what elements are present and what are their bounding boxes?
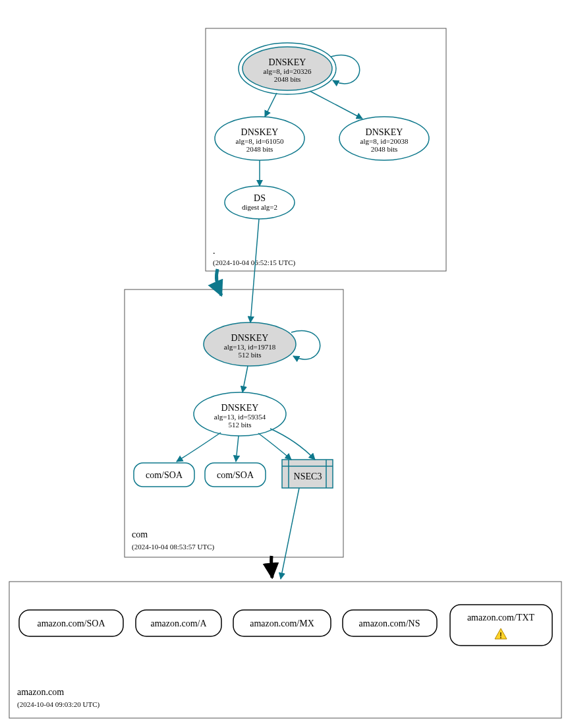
node-nsec3: NSEC3 — [282, 460, 333, 488]
svg-text:NSEC3: NSEC3 — [294, 471, 322, 481]
svg-text:com/SOA: com/SOA — [217, 470, 254, 480]
node-root-ksk: DNSKEY alg=8, id=20326 2048 bits — [239, 43, 336, 94]
node-com-soa1: com/SOA — [134, 463, 194, 487]
node-amazon-ns: amazon.com/NS — [343, 610, 437, 636]
svg-text:digest alg=2: digest alg=2 — [242, 203, 277, 211]
svg-text:amazon.com/NS: amazon.com/NS — [359, 619, 420, 628]
zone-label-root: . — [213, 246, 215, 256]
svg-text:DNSKEY: DNSKEY — [221, 403, 259, 413]
edge-com-to-amazon-thick — [271, 556, 272, 578]
edge-rootksk-zsk1 — [265, 93, 277, 117]
zone-box-amazon — [9, 582, 561, 718]
svg-text:amazon.com/MX: amazon.com/MX — [250, 619, 314, 628]
node-amazon-a: amazon.com/A — [136, 610, 221, 636]
edge-rootksk-zsk2 — [310, 91, 362, 119]
svg-text:DNSKEY: DNSKEY — [366, 127, 403, 137]
svg-text:DS: DS — [254, 193, 266, 203]
svg-text:2048 bits: 2048 bits — [371, 145, 398, 153]
svg-text:2048 bits: 2048 bits — [274, 75, 301, 83]
edge-comzsk-soa2 — [236, 436, 239, 462]
edge-comzsk-nsec3b — [270, 429, 315, 460]
svg-text:alg=8, id=20326: alg=8, id=20326 — [264, 67, 312, 75]
node-root-ds: DS digest alg=2 — [225, 186, 295, 219]
node-root-zsk1: DNSKEY alg=8, id=61050 2048 bits — [215, 117, 304, 160]
dnssec-graph: . (2024-10-04 06:52:15 UTC) DNSKEY alg=8… — [0, 0, 570, 728]
zone-date-amazon: (2024-10-04 09:03:20 UTC) — [17, 700, 100, 709]
svg-text:512 bits: 512 bits — [228, 421, 251, 429]
node-amazon-mx: amazon.com/MX — [233, 610, 331, 636]
zone-date-root: (2024-10-04 06:52:15 UTC) — [213, 258, 296, 267]
node-com-ksk: DNSKEY alg=13, id=19718 512 bits — [204, 322, 296, 366]
zone-label-amazon: amazon.com — [17, 687, 64, 697]
svg-text:DNSKEY: DNSKEY — [231, 333, 269, 343]
svg-text:alg=8, id=20038: alg=8, id=20038 — [360, 137, 409, 145]
svg-text:amazon.com/TXT: amazon.com/TXT — [467, 613, 535, 622]
svg-text:amazon.com/SOA: amazon.com/SOA — [37, 619, 105, 628]
svg-text:2048 bits: 2048 bits — [246, 145, 273, 153]
zone-date-com: (2024-10-04 08:53:57 UTC) — [132, 543, 215, 551]
node-com-soa2: com/SOA — [205, 463, 266, 487]
edge-comzsk-soa1 — [177, 433, 221, 462]
svg-text:alg=13, id=19718: alg=13, id=19718 — [224, 343, 276, 351]
svg-text:!: ! — [499, 630, 502, 640]
svg-text:alg=13, id=59354: alg=13, id=59354 — [214, 413, 266, 421]
svg-text:DNSKEY: DNSKEY — [241, 127, 279, 137]
edge-rootksk-self — [331, 55, 360, 84]
edge-comksk-comzsk — [242, 366, 248, 392]
node-root-zsk2: DNSKEY alg=8, id=20038 2048 bits — [339, 117, 429, 160]
svg-text:alg=8, id=61050: alg=8, id=61050 — [236, 137, 284, 145]
node-amazon-soa: amazon.com/SOA — [19, 610, 123, 636]
svg-text:com/SOA: com/SOA — [146, 470, 183, 480]
svg-text:512 bits: 512 bits — [238, 351, 261, 359]
svg-text:DNSKEY: DNSKEY — [269, 57, 306, 67]
node-amazon-txt: amazon.com/TXT ! — [450, 605, 552, 646]
zone-label-com: com — [132, 530, 148, 539]
edge-nsec3-amazon — [281, 488, 299, 579]
svg-text:amazon.com/A: amazon.com/A — [150, 619, 207, 628]
edge-root-to-com-thick — [216, 269, 221, 295]
